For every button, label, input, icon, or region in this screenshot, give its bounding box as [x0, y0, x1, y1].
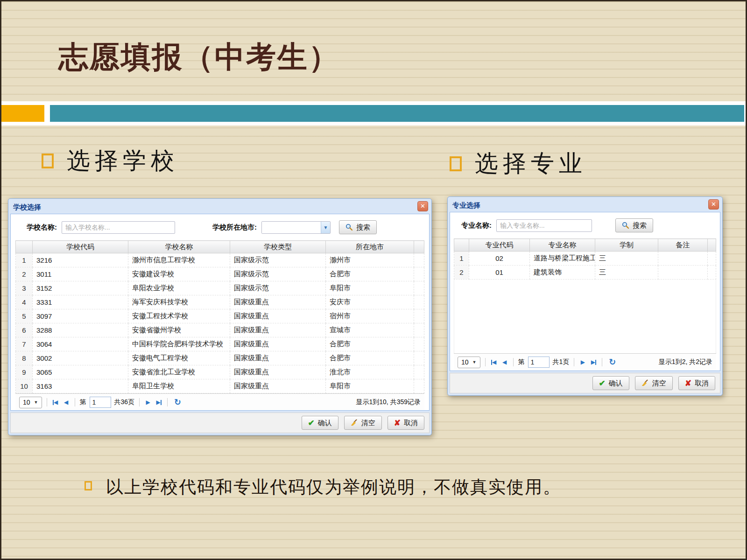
table-row[interactable]: 103163阜阳卫生学校国家级重点阜阳市 [16, 379, 424, 393]
last-page-button[interactable]: ▶ [155, 399, 162, 406]
note-text: 以上学校代码和专业代码仅为举例说明，不做真实使用。 [106, 476, 561, 499]
table-cell: 国家级重点 [230, 351, 326, 365]
table-cell: 三 [595, 266, 658, 280]
column-header[interactable]: 学校类型 [230, 241, 326, 253]
table-cell [658, 252, 708, 266]
cross-icon: ✘ [685, 378, 691, 388]
table-cell: 阜阳市 [326, 379, 414, 393]
table-cell: 安徽电气工程学校 [128, 351, 230, 365]
major-name-input[interactable] [496, 219, 592, 232]
major-search-row: 专业名称: 搜索 [450, 212, 720, 238]
table-cell [414, 379, 424, 393]
prev-page-button[interactable]: ◀ [63, 399, 70, 406]
page-number-input[interactable] [90, 397, 111, 408]
grid-filler [454, 280, 716, 353]
table-row[interactable]: 102道路与桥梁工程施工三 [454, 252, 716, 266]
table-cell: 3331 [33, 295, 128, 309]
table-cell [414, 337, 424, 351]
table-row[interactable]: 83002安徽电气工程学校国家级重点合肥市 [16, 351, 424, 365]
window-titlebar[interactable]: 学校选择 ✕ [10, 201, 430, 214]
column-header[interactable]: 备注 [658, 239, 708, 252]
slide: 志愿填报（中考生） 选择学校 选择专业 学校选择 ✕ 学校名称: 学校所在地市: [0, 0, 747, 560]
cancel-button[interactable]: ✘ 取消 [678, 376, 715, 390]
school-city-combo[interactable]: ▼ [261, 221, 331, 234]
page-size-select[interactable]: 10 ▼ [458, 357, 480, 368]
column-header[interactable]: 专业代码 [469, 239, 530, 252]
table-row[interactable]: 201建筑装饰三 [454, 266, 716, 280]
page-number-input[interactable] [528, 357, 550, 368]
table-row[interactable]: 23011安徽建设学校国家级示范合肥市 [16, 267, 424, 281]
table-row[interactable]: 53097安徽工程技术学校国家级重点宿州市 [16, 309, 424, 323]
clear-label: 清空 [361, 419, 375, 427]
table-cell: 国家级示范 [230, 267, 326, 281]
cancel-label: 取消 [695, 379, 709, 388]
paging-summary: 显示1到2, 共2记录 [659, 358, 712, 366]
section-label-major: 选择专业 [475, 148, 587, 179]
table-cell: 安徽建设学校 [128, 267, 230, 281]
close-button[interactable]: ✕ [417, 201, 428, 211]
page-prefix-label: 第 [518, 358, 525, 366]
search-button[interactable]: 搜索 [339, 220, 377, 234]
section-header-major: 选择专业 [450, 148, 587, 179]
next-page-button[interactable]: ▶ [579, 359, 586, 365]
row-number-cell: 7 [16, 337, 33, 351]
clear-button[interactable]: 清空 [344, 416, 382, 430]
school-table-header: 学校代码 学校名称 学校类型 所在地市 [16, 241, 424, 253]
refresh-button[interactable]: ↻ [174, 397, 181, 407]
column-header[interactable]: 学校名称 [128, 241, 230, 253]
table-row[interactable]: 63288安徽省徽州学校国家级重点宣城市 [16, 323, 424, 337]
search-button[interactable]: 搜索 [615, 218, 653, 232]
table-row[interactable]: 73064中国科学院合肥科学技术学校国家级重点合肥市 [16, 337, 424, 351]
table-cell: 国家级示范 [230, 253, 326, 267]
search-button-label: 搜索 [633, 221, 647, 230]
combo-trigger[interactable]: ▼ [321, 222, 330, 233]
next-page-button[interactable]: ▶ [144, 399, 152, 406]
window-body: 专业名称: 搜索 [450, 212, 720, 371]
table-cell: 02 [469, 252, 530, 266]
close-icon: ✕ [711, 201, 716, 208]
prev-page-button[interactable]: ◀ [501, 359, 508, 365]
cancel-button[interactable]: ✘ 取消 [388, 416, 424, 430]
school-name-label: 学校名称: [27, 223, 57, 232]
row-number-header [454, 239, 469, 252]
table-cell: 国家级重点 [230, 365, 326, 379]
total-pages-label: 共1页 [553, 358, 570, 366]
row-number-cell: 10 [16, 379, 33, 393]
school-name-input[interactable] [62, 221, 175, 234]
chevron-down-icon: ▼ [324, 225, 328, 230]
prev-page-icon: ◀ [64, 399, 68, 406]
next-page-icon: ▶ [581, 359, 585, 365]
table-row[interactable]: 33152阜阳农业学校国家级示范阜阳市 [16, 281, 424, 295]
table-row[interactable]: 13216滁州市信息工程学校国家级示范滁州市 [16, 253, 424, 267]
first-page-icon: ◀ [54, 399, 58, 406]
confirm-button[interactable]: ✔ 确认 [592, 376, 629, 390]
table-cell: 国家级重点 [230, 337, 326, 351]
first-page-button[interactable]: ◀ [490, 359, 498, 365]
table-row[interactable]: 93065安徽省淮北工业学校国家级重点淮北市 [16, 365, 424, 379]
separator [485, 358, 486, 366]
table-cell: 国家级重点 [230, 323, 326, 337]
clear-button[interactable]: 清空 [635, 376, 673, 390]
page-size-select[interactable]: 10 ▼ [19, 397, 42, 408]
school-city-input[interactable] [262, 222, 321, 233]
table-cell: 宿州市 [326, 309, 414, 323]
table-row[interactable]: 43331海军安庆科技学校国家级重点安庆市 [16, 295, 424, 309]
window-titlebar[interactable]: 专业选择 ✕ [450, 199, 720, 212]
column-header[interactable]: 学校代码 [33, 241, 128, 253]
first-page-button[interactable]: ◀ [52, 399, 59, 406]
table-cell: 阜阳农业学校 [128, 281, 230, 295]
confirm-button[interactable]: ✔ 确认 [302, 416, 338, 430]
table-cell: 建筑装饰 [530, 266, 595, 280]
column-header[interactable]: 所在地市 [326, 241, 414, 253]
cross-icon: ✘ [394, 418, 401, 428]
column-header[interactable]: 学制 [595, 239, 658, 252]
close-button[interactable]: ✕ [708, 199, 719, 210]
teal-accent-bar [50, 105, 744, 122]
last-page-button[interactable]: ▶ [590, 359, 597, 365]
column-header[interactable]: 专业名称 [530, 239, 595, 252]
table-cell [414, 267, 424, 281]
confirm-label: 确认 [318, 419, 332, 427]
table-cell: 阜阳市 [326, 281, 414, 295]
refresh-button[interactable]: ↻ [609, 357, 616, 367]
row-number-cell: 2 [16, 267, 33, 281]
